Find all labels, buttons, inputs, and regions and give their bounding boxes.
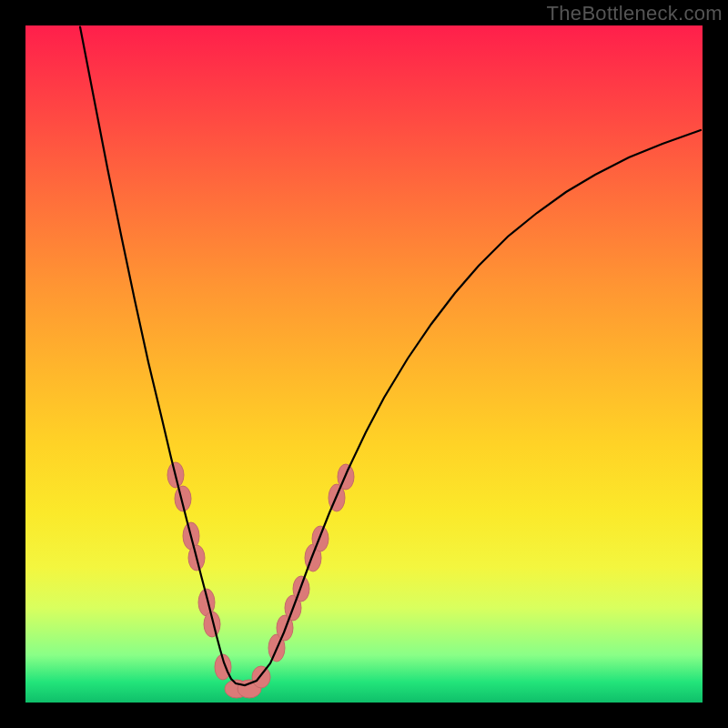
watermark-text: TheBottleneck.com (547, 2, 723, 25)
marker-dot (252, 666, 270, 688)
bottleneck-curve (80, 27, 701, 686)
marker-group (167, 462, 354, 698)
gradient-plot-area (25, 25, 703, 703)
plot-svg (25, 25, 703, 703)
